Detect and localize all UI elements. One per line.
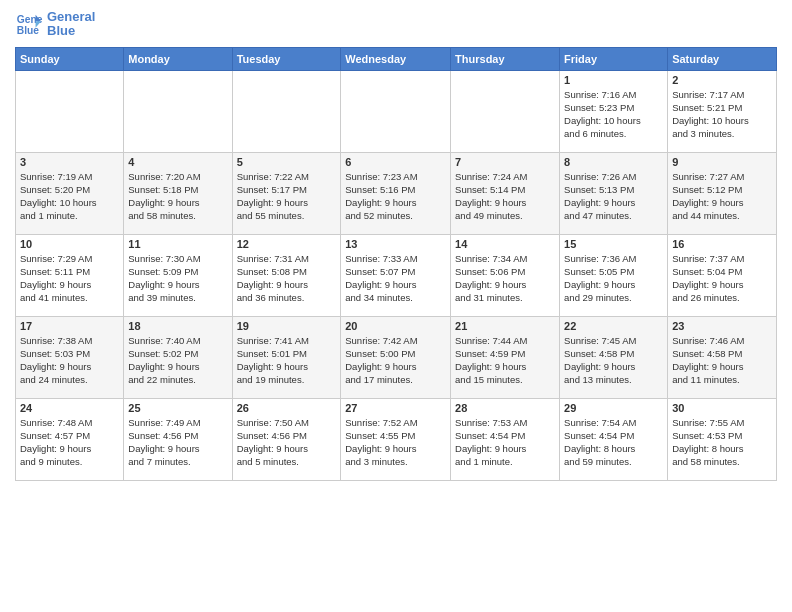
day-info: Sunrise: 7:46 AM Sunset: 4:58 PM Dayligh… — [672, 334, 772, 387]
day-number: 4 — [128, 156, 227, 168]
day-info: Sunrise: 7:26 AM Sunset: 5:13 PM Dayligh… — [564, 170, 663, 223]
calendar-week-row: 10Sunrise: 7:29 AM Sunset: 5:11 PM Dayli… — [16, 234, 777, 316]
day-info: Sunrise: 7:30 AM Sunset: 5:09 PM Dayligh… — [128, 252, 227, 305]
day-number: 22 — [564, 320, 663, 332]
day-info: Sunrise: 7:40 AM Sunset: 5:02 PM Dayligh… — [128, 334, 227, 387]
day-info: Sunrise: 7:24 AM Sunset: 5:14 PM Dayligh… — [455, 170, 555, 223]
day-number: 23 — [672, 320, 772, 332]
day-info: Sunrise: 7:53 AM Sunset: 4:54 PM Dayligh… — [455, 416, 555, 469]
calendar-cell: 9Sunrise: 7:27 AM Sunset: 5:12 PM Daylig… — [668, 152, 777, 234]
calendar-cell: 15Sunrise: 7:36 AM Sunset: 5:05 PM Dayli… — [560, 234, 668, 316]
day-info: Sunrise: 7:50 AM Sunset: 4:56 PM Dayligh… — [237, 416, 337, 469]
calendar-cell: 19Sunrise: 7:41 AM Sunset: 5:01 PM Dayli… — [232, 316, 341, 398]
day-number: 1 — [564, 74, 663, 86]
calendar-cell: 11Sunrise: 7:30 AM Sunset: 5:09 PM Dayli… — [124, 234, 232, 316]
day-number: 16 — [672, 238, 772, 250]
day-info: Sunrise: 7:23 AM Sunset: 5:16 PM Dayligh… — [345, 170, 446, 223]
day-number: 12 — [237, 238, 337, 250]
calendar-cell: 4Sunrise: 7:20 AM Sunset: 5:18 PM Daylig… — [124, 152, 232, 234]
day-number: 15 — [564, 238, 663, 250]
day-info: Sunrise: 7:55 AM Sunset: 4:53 PM Dayligh… — [672, 416, 772, 469]
day-number: 7 — [455, 156, 555, 168]
calendar-cell: 13Sunrise: 7:33 AM Sunset: 5:07 PM Dayli… — [341, 234, 451, 316]
day-info: Sunrise: 7:17 AM Sunset: 5:21 PM Dayligh… — [672, 88, 772, 141]
weekday-header: Friday — [560, 47, 668, 70]
calendar-cell: 2Sunrise: 7:17 AM Sunset: 5:21 PM Daylig… — [668, 70, 777, 152]
calendar-cell: 1Sunrise: 7:16 AM Sunset: 5:23 PM Daylig… — [560, 70, 668, 152]
day-number: 29 — [564, 402, 663, 414]
weekday-header: Wednesday — [341, 47, 451, 70]
calendar-cell: 25Sunrise: 7:49 AM Sunset: 4:56 PM Dayli… — [124, 398, 232, 480]
day-number: 20 — [345, 320, 446, 332]
logo: General Blue General Blue — [15, 10, 95, 39]
calendar-week-row: 3Sunrise: 7:19 AM Sunset: 5:20 PM Daylig… — [16, 152, 777, 234]
day-info: Sunrise: 7:33 AM Sunset: 5:07 PM Dayligh… — [345, 252, 446, 305]
day-info: Sunrise: 7:20 AM Sunset: 5:18 PM Dayligh… — [128, 170, 227, 223]
calendar-cell — [16, 70, 124, 152]
calendar-cell — [124, 70, 232, 152]
calendar-cell — [341, 70, 451, 152]
day-info: Sunrise: 7:48 AM Sunset: 4:57 PM Dayligh… — [20, 416, 119, 469]
calendar-cell: 22Sunrise: 7:45 AM Sunset: 4:58 PM Dayli… — [560, 316, 668, 398]
calendar-cell: 28Sunrise: 7:53 AM Sunset: 4:54 PM Dayli… — [451, 398, 560, 480]
day-info: Sunrise: 7:49 AM Sunset: 4:56 PM Dayligh… — [128, 416, 227, 469]
calendar-cell — [451, 70, 560, 152]
calendar-table: SundayMondayTuesdayWednesdayThursdayFrid… — [15, 47, 777, 481]
logo-text: General Blue — [47, 10, 95, 39]
day-info: Sunrise: 7:41 AM Sunset: 5:01 PM Dayligh… — [237, 334, 337, 387]
weekday-header: Tuesday — [232, 47, 341, 70]
day-number: 5 — [237, 156, 337, 168]
day-info: Sunrise: 7:44 AM Sunset: 4:59 PM Dayligh… — [455, 334, 555, 387]
day-info: Sunrise: 7:45 AM Sunset: 4:58 PM Dayligh… — [564, 334, 663, 387]
day-number: 21 — [455, 320, 555, 332]
day-number: 28 — [455, 402, 555, 414]
calendar-header: SundayMondayTuesdayWednesdayThursdayFrid… — [16, 47, 777, 70]
day-number: 30 — [672, 402, 772, 414]
calendar-cell: 5Sunrise: 7:22 AM Sunset: 5:17 PM Daylig… — [232, 152, 341, 234]
calendar-cell: 12Sunrise: 7:31 AM Sunset: 5:08 PM Dayli… — [232, 234, 341, 316]
weekday-header: Saturday — [668, 47, 777, 70]
day-number: 3 — [20, 156, 119, 168]
day-info: Sunrise: 7:22 AM Sunset: 5:17 PM Dayligh… — [237, 170, 337, 223]
day-number: 25 — [128, 402, 227, 414]
day-info: Sunrise: 7:19 AM Sunset: 5:20 PM Dayligh… — [20, 170, 119, 223]
calendar-cell: 3Sunrise: 7:19 AM Sunset: 5:20 PM Daylig… — [16, 152, 124, 234]
calendar-week-row: 17Sunrise: 7:38 AM Sunset: 5:03 PM Dayli… — [16, 316, 777, 398]
day-info: Sunrise: 7:42 AM Sunset: 5:00 PM Dayligh… — [345, 334, 446, 387]
day-info: Sunrise: 7:16 AM Sunset: 5:23 PM Dayligh… — [564, 88, 663, 141]
calendar-cell: 30Sunrise: 7:55 AM Sunset: 4:53 PM Dayli… — [668, 398, 777, 480]
calendar-cell: 26Sunrise: 7:50 AM Sunset: 4:56 PM Dayli… — [232, 398, 341, 480]
day-number: 17 — [20, 320, 119, 332]
calendar-cell: 29Sunrise: 7:54 AM Sunset: 4:54 PM Dayli… — [560, 398, 668, 480]
calendar-cell: 23Sunrise: 7:46 AM Sunset: 4:58 PM Dayli… — [668, 316, 777, 398]
day-number: 19 — [237, 320, 337, 332]
day-number: 8 — [564, 156, 663, 168]
calendar-cell: 18Sunrise: 7:40 AM Sunset: 5:02 PM Dayli… — [124, 316, 232, 398]
day-info: Sunrise: 7:29 AM Sunset: 5:11 PM Dayligh… — [20, 252, 119, 305]
day-number: 11 — [128, 238, 227, 250]
day-number: 27 — [345, 402, 446, 414]
day-info: Sunrise: 7:34 AM Sunset: 5:06 PM Dayligh… — [455, 252, 555, 305]
day-number: 6 — [345, 156, 446, 168]
calendar-header-row: SundayMondayTuesdayWednesdayThursdayFrid… — [16, 47, 777, 70]
calendar-cell: 17Sunrise: 7:38 AM Sunset: 5:03 PM Dayli… — [16, 316, 124, 398]
calendar-cell: 14Sunrise: 7:34 AM Sunset: 5:06 PM Dayli… — [451, 234, 560, 316]
calendar-cell: 27Sunrise: 7:52 AM Sunset: 4:55 PM Dayli… — [341, 398, 451, 480]
day-info: Sunrise: 7:31 AM Sunset: 5:08 PM Dayligh… — [237, 252, 337, 305]
weekday-header: Thursday — [451, 47, 560, 70]
day-info: Sunrise: 7:38 AM Sunset: 5:03 PM Dayligh… — [20, 334, 119, 387]
day-number: 26 — [237, 402, 337, 414]
weekday-header: Sunday — [16, 47, 124, 70]
calendar-cell: 8Sunrise: 7:26 AM Sunset: 5:13 PM Daylig… — [560, 152, 668, 234]
day-info: Sunrise: 7:27 AM Sunset: 5:12 PM Dayligh… — [672, 170, 772, 223]
page-container: General Blue General Blue SundayMondayTu… — [0, 0, 792, 491]
day-number: 10 — [20, 238, 119, 250]
calendar-cell — [232, 70, 341, 152]
calendar-body: 1Sunrise: 7:16 AM Sunset: 5:23 PM Daylig… — [16, 70, 777, 480]
day-number: 13 — [345, 238, 446, 250]
calendar-cell: 7Sunrise: 7:24 AM Sunset: 5:14 PM Daylig… — [451, 152, 560, 234]
day-number: 14 — [455, 238, 555, 250]
calendar-cell: 16Sunrise: 7:37 AM Sunset: 5:04 PM Dayli… — [668, 234, 777, 316]
calendar-week-row: 24Sunrise: 7:48 AM Sunset: 4:57 PM Dayli… — [16, 398, 777, 480]
day-number: 2 — [672, 74, 772, 86]
